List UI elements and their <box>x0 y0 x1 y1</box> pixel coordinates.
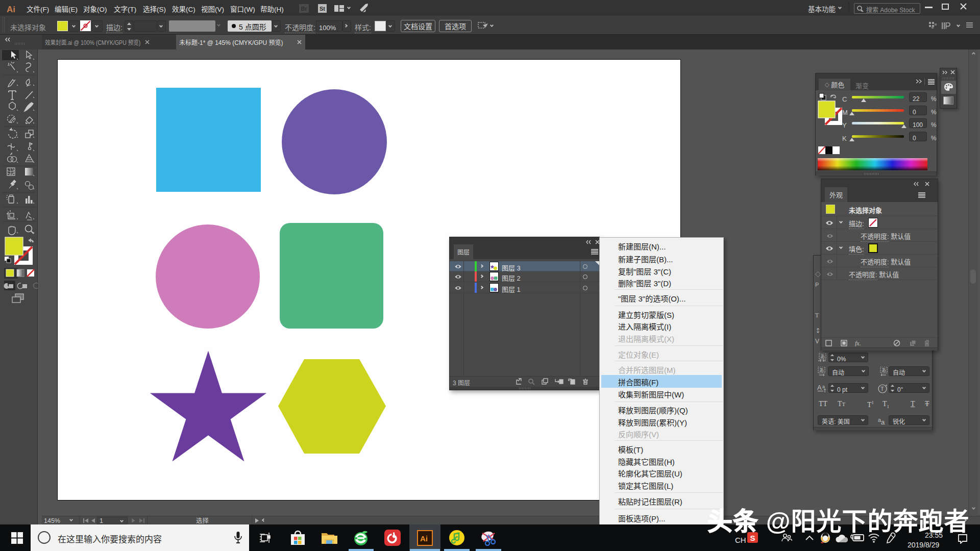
svg-text:T: T <box>880 384 884 392</box>
svg-text:あ: あ <box>820 353 825 360</box>
svg-text:Ai: Ai <box>420 533 428 543</box>
svg-text:あ: あ <box>819 367 824 373</box>
svg-text:A: A <box>817 384 822 392</box>
svg-text:fx.: fx. <box>855 340 861 346</box>
svg-text:あ: あ <box>881 367 886 373</box>
